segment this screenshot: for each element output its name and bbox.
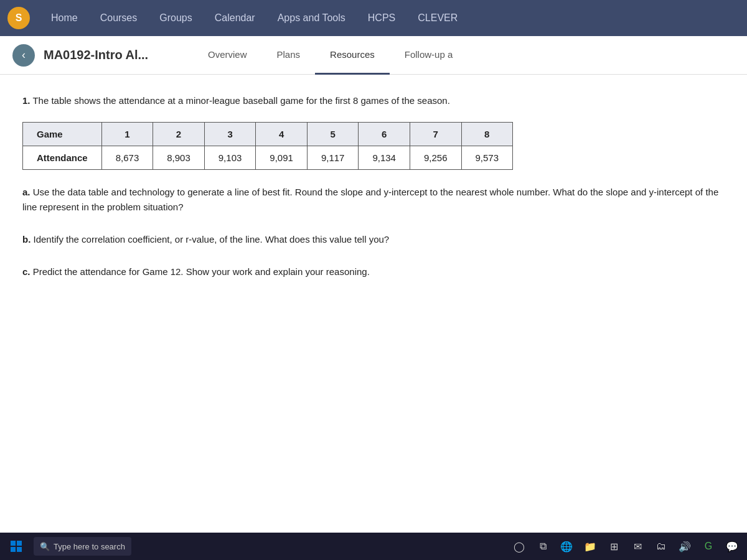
taskbar-system-icons: ◯ ⧉ 🌐 📁 ⊞ ✉ 🗂 🔊 G 💬 bbox=[509, 536, 742, 556]
table-cell-1: 8,673 bbox=[101, 146, 153, 170]
chrome-icon[interactable]: G bbox=[698, 536, 718, 556]
svg-rect-2 bbox=[11, 547, 16, 552]
notification-icon[interactable]: 💬 bbox=[722, 536, 742, 556]
table-cell-3: 9,103 bbox=[204, 146, 256, 170]
course-bar: ‹ MA0192-Intro Al... Overview Plans Reso… bbox=[0, 36, 747, 75]
table-header-1: 1 bbox=[101, 123, 153, 146]
nav-logo[interactable]: S bbox=[7, 7, 30, 29]
table-cell-5: 9,117 bbox=[307, 146, 359, 170]
nav-item-groups[interactable]: Groups bbox=[148, 0, 203, 36]
nav-item-calendar[interactable]: Calendar bbox=[204, 0, 266, 36]
nav-item-hcps[interactable]: HCPS bbox=[357, 0, 406, 36]
back-button[interactable]: ‹ bbox=[12, 44, 35, 67]
tab-resources[interactable]: Resources bbox=[315, 36, 390, 75]
svg-rect-1 bbox=[17, 541, 22, 546]
nav-item-courses[interactable]: Courses bbox=[89, 0, 149, 36]
table-header-5: 5 bbox=[307, 123, 359, 146]
table-header-4: 4 bbox=[256, 123, 308, 146]
table-header-6: 6 bbox=[359, 123, 410, 146]
table-cell-6: 9,134 bbox=[359, 146, 410, 170]
sub-question-b: b. Identify the correlation coefficient,… bbox=[22, 232, 725, 247]
question-1-text: 1. The table shows the attendance at a m… bbox=[22, 93, 725, 108]
course-title: MA0192-Intro Al... bbox=[44, 48, 168, 62]
explorer-icon[interactable]: 🗂 bbox=[651, 536, 671, 556]
edge-icon[interactable]: 🌐 bbox=[557, 536, 576, 556]
tab-plans[interactable]: Plans bbox=[262, 36, 316, 75]
attendance-table: Game 1 2 3 4 5 6 7 8 Attendance 8,673 8,… bbox=[22, 122, 513, 170]
sound-icon[interactable]: 🔊 bbox=[675, 536, 695, 556]
apps-grid-icon[interactable]: ⊞ bbox=[604, 536, 624, 556]
taskbar-search-box[interactable]: 🔍 Type here to search bbox=[34, 537, 131, 556]
table-cell-label: Attendance bbox=[23, 146, 102, 170]
table-cell-7: 9,256 bbox=[410, 146, 461, 170]
table-cell-2: 8,903 bbox=[153, 146, 205, 170]
nav-item-home[interactable]: Home bbox=[40, 0, 89, 36]
svg-rect-0 bbox=[11, 541, 16, 546]
table-header-2: 2 bbox=[153, 123, 205, 146]
table-header-8: 8 bbox=[461, 123, 513, 146]
sub-question-a: a. Use the data table and technology to … bbox=[22, 185, 725, 215]
table-header-row: Game 1 2 3 4 5 6 7 8 bbox=[23, 123, 513, 146]
table-header-3: 3 bbox=[204, 123, 256, 146]
mail-icon[interactable]: ✉ bbox=[627, 536, 647, 556]
task-view-icon[interactable]: ⧉ bbox=[533, 536, 553, 556]
sub-question-c: c. Predict the attendance for Game 12. S… bbox=[22, 264, 725, 279]
start-button[interactable] bbox=[5, 535, 27, 558]
search-icon: 🔍 bbox=[40, 542, 50, 551]
table-row-attendance: Attendance 8,673 8,903 9,103 9,091 9,117… bbox=[23, 146, 513, 170]
table-cell-8: 9,573 bbox=[461, 146, 513, 170]
main-content: 1. The table shows the attendance at a m… bbox=[0, 75, 747, 533]
tab-followup[interactable]: Follow-up a bbox=[390, 36, 468, 75]
nav-item-clever[interactable]: CLEVER bbox=[406, 0, 469, 36]
cortana-icon[interactable]: ◯ bbox=[509, 536, 529, 556]
taskbar-search-label: Type here to search bbox=[54, 542, 125, 551]
file-icon[interactable]: 📁 bbox=[580, 536, 600, 556]
nav-item-apps[interactable]: Apps and Tools bbox=[266, 0, 357, 36]
top-navigation: S Home Courses Groups Calendar Apps and … bbox=[0, 0, 747, 36]
table-cell-4: 9,091 bbox=[256, 146, 308, 170]
table-header-game: Game bbox=[23, 123, 102, 146]
tab-overview[interactable]: Overview bbox=[193, 36, 262, 75]
taskbar: 🔍 Type here to search ◯ ⧉ 🌐 📁 ⊞ ✉ 🗂 🔊 G … bbox=[0, 533, 747, 560]
course-tabs: Overview Plans Resources Follow-up a bbox=[193, 36, 467, 75]
svg-rect-3 bbox=[17, 547, 22, 552]
table-header-7: 7 bbox=[410, 123, 461, 146]
